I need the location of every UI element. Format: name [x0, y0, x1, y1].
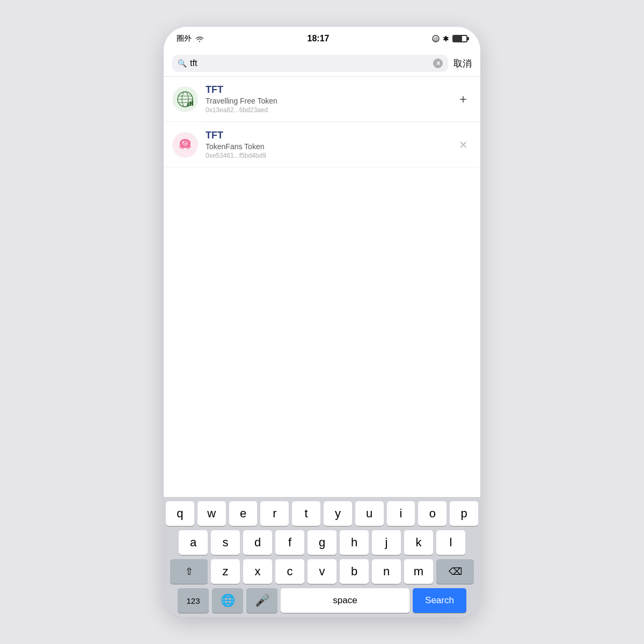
token-info-tft1: TFT Travelling Free Token 0x13ea82...6bd…	[206, 84, 447, 114]
svg-rect-8	[187, 103, 189, 106]
status-right: @ ✱	[432, 34, 467, 43]
token-symbol-tft2: TFT	[206, 130, 447, 141]
token-info-tft2: TFT TokenFans Token 0xe53461...f5bd4bd9	[206, 130, 447, 159]
clear-button[interactable]: ✕	[433, 58, 443, 68]
token-symbol-tft1: TFT	[206, 84, 447, 96]
key-c[interactable]: c	[275, 559, 304, 584]
keyboard-bottom-row: 123 🌐 🎤 space Search	[166, 588, 478, 613]
key-x[interactable]: x	[243, 559, 272, 584]
key-b[interactable]: b	[340, 559, 369, 584]
token-result-item: TFT TokenFans Token 0xe53461...f5bd4bd9 …	[164, 122, 480, 167]
status-bar: 圈外 18:17 @ ✱	[164, 27, 480, 50]
key-f[interactable]: f	[275, 530, 304, 555]
svg-point-16	[186, 143, 187, 144]
token-name-tft2: TokenFans Token	[206, 142, 447, 151]
tft1-logo-svg	[173, 87, 197, 112]
key-z[interactable]: z	[211, 559, 240, 584]
keyboard-row-2: a s d f g h j k l	[166, 530, 478, 555]
key-q[interactable]: q	[166, 501, 194, 526]
search-input[interactable]: tft	[190, 58, 430, 68]
results-list: TFT Travelling Free Token 0x13ea82...6bd…	[164, 77, 480, 497]
battery-fill	[453, 36, 462, 41]
svg-point-15	[182, 141, 184, 143]
microphone-key[interactable]: 🎤	[246, 588, 277, 613]
search-bar-row: 🔍 tft ✕ 取消	[164, 50, 480, 77]
shift-icon: ⇧	[185, 566, 193, 577]
token-name-tft1: Travelling Free Token	[206, 97, 447, 105]
cancel-button[interactable]: 取消	[453, 57, 472, 70]
key-t[interactable]: t	[292, 501, 320, 526]
globe-key[interactable]: 🌐	[212, 588, 243, 613]
keyboard-row-3: ⇧ z x c v b n m ⌫	[166, 559, 478, 584]
search-icon: 🔍	[178, 59, 187, 68]
key-j[interactable]: j	[372, 530, 401, 555]
key-u[interactable]: u	[355, 501, 384, 526]
svg-rect-18	[184, 148, 187, 150]
globe-icon: 🌐	[221, 594, 235, 608]
key-y[interactable]: y	[324, 501, 352, 526]
key-l[interactable]: l	[436, 530, 465, 555]
svg-point-14	[181, 140, 189, 147]
status-left: 圈外	[177, 34, 204, 43]
key-g[interactable]: g	[308, 530, 336, 555]
svg-rect-10	[192, 100, 193, 106]
key-r[interactable]: r	[260, 501, 289, 526]
svg-text:@: @	[433, 36, 438, 42]
phone-frame: 圈外 18:17 @ ✱ 🔍 tft ✕	[164, 27, 480, 617]
key-v[interactable]: v	[308, 559, 336, 584]
svg-rect-9	[189, 101, 191, 106]
add-token-button-tft1[interactable]: +	[455, 91, 472, 108]
delete-icon: ⌫	[449, 566, 462, 577]
token-logo-tft1	[172, 86, 198, 112]
tft2-logo-svg	[173, 133, 197, 157]
svg-point-17	[184, 145, 185, 146]
bluetooth-icon: ✱	[443, 34, 449, 43]
remove-token-button-tft2[interactable]: ✕	[455, 136, 472, 153]
clear-icon: ✕	[436, 61, 441, 67]
key-p[interactable]: p	[450, 501, 478, 526]
search-input-wrap[interactable]: 🔍 tft ✕	[172, 55, 448, 72]
token-result-item: TFT Travelling Free Token 0x13ea82...6bd…	[164, 77, 480, 122]
shift-key[interactable]: ⇧	[170, 559, 208, 584]
key-h[interactable]: h	[340, 530, 369, 555]
numbers-key[interactable]: 123	[178, 588, 209, 613]
microphone-icon: 🎤	[255, 594, 269, 608]
status-time: 18:17	[308, 34, 330, 43]
search-label: Search	[425, 595, 454, 606]
battery-icon	[452, 35, 467, 42]
numbers-label: 123	[186, 596, 200, 605]
delete-key[interactable]: ⌫	[436, 559, 474, 584]
key-e[interactable]: e	[229, 501, 258, 526]
space-key[interactable]: space	[281, 588, 409, 613]
key-i[interactable]: i	[387, 501, 415, 526]
space-label: space	[333, 595, 357, 606]
key-o[interactable]: o	[418, 501, 447, 526]
keyboard: q w e r t y u i o p a s d f g h j k l ⇧	[164, 497, 480, 617]
location-icon: @	[432, 35, 440, 42]
carrier-label: 圈外	[177, 34, 192, 43]
key-m[interactable]: m	[404, 559, 433, 584]
key-k[interactable]: k	[404, 530, 433, 555]
key-n[interactable]: n	[372, 559, 401, 584]
keyboard-row-1: q w e r t y u i o p	[166, 501, 478, 526]
token-address-tft1: 0x13ea82...6bd23aed	[206, 106, 447, 114]
token-address-tft2: 0xe53461...f5bd4bd9	[206, 152, 447, 159]
key-a[interactable]: a	[179, 530, 208, 555]
key-w[interactable]: w	[197, 501, 226, 526]
search-key[interactable]: Search	[413, 588, 466, 613]
wifi-icon	[195, 35, 204, 42]
token-logo-tft2	[172, 132, 198, 158]
key-d[interactable]: d	[243, 530, 272, 555]
key-s[interactable]: s	[211, 530, 240, 555]
